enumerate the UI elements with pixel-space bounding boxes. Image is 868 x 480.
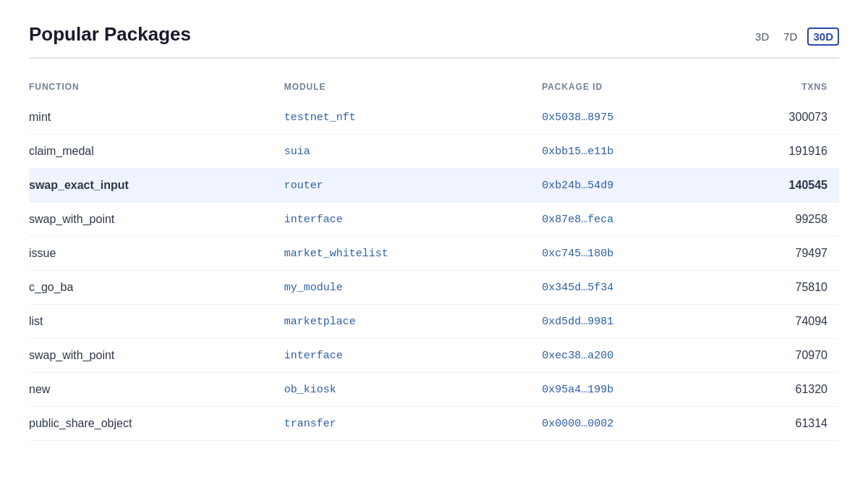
- cell-module: router: [284, 169, 542, 203]
- col-module: MODULE: [284, 76, 542, 101]
- cell-module: interface: [284, 203, 542, 237]
- table-row: minttestnet_nft0x5038…8975300073: [29, 101, 839, 135]
- filter-30d-button[interactable]: 30D: [807, 28, 839, 46]
- cell-module: ob_kiosk: [284, 373, 542, 407]
- cell-function: claim_medal: [29, 135, 284, 169]
- cell-package-id: 0x0000…0002: [542, 407, 727, 441]
- cell-txns: 140545: [727, 169, 839, 203]
- page-title: Popular Packages: [29, 23, 191, 46]
- cell-package-id: 0xb24b…54d9: [542, 169, 727, 203]
- table-header: FUNCTION MODULE PACKAGE ID TXNS: [29, 76, 839, 101]
- table-row: listmarketplace0xd5dd…998174094: [29, 305, 839, 339]
- cell-function: issue: [29, 237, 284, 271]
- col-function: FUNCTION: [29, 76, 284, 101]
- table-header-row: FUNCTION MODULE PACKAGE ID TXNS: [29, 76, 839, 101]
- cell-function: swap_exact_input: [29, 169, 284, 203]
- table-row: swap_exact_inputrouter0xb24b…54d9140545: [29, 169, 839, 203]
- cell-package-id: 0xec38…a200: [542, 339, 727, 373]
- cell-function: public_share_object: [29, 407, 284, 441]
- packages-table: FUNCTION MODULE PACKAGE ID TXNS minttest…: [29, 76, 839, 441]
- cell-txns: 61320: [727, 373, 839, 407]
- cell-package-id: 0xd5dd…9981: [542, 305, 727, 339]
- cell-txns: 61314: [727, 407, 839, 441]
- cell-package-id: 0x95a4…199b: [542, 373, 727, 407]
- cell-txns: 300073: [727, 101, 839, 135]
- cell-package-id: 0x87e8…feca: [542, 203, 727, 237]
- cell-function: swap_with_point: [29, 339, 284, 373]
- cell-module: market_whitelist: [284, 237, 542, 271]
- cell-function: swap_with_point: [29, 203, 284, 237]
- cell-module: suia: [284, 135, 542, 169]
- cell-package-id: 0xbb15…e11b: [542, 135, 727, 169]
- table-row: claim_medalsuia0xbb15…e11b191916: [29, 135, 839, 169]
- table-row: c_go_bamy_module0x345d…5f3475810: [29, 271, 839, 305]
- filter-3d-button[interactable]: 3D: [751, 28, 773, 46]
- cell-function: new: [29, 373, 284, 407]
- page-header: Popular Packages 3D 7D 30D: [29, 23, 839, 59]
- table-row: public_share_objecttransfer0x0000…000261…: [29, 407, 839, 441]
- cell-package-id: 0x5038…8975: [542, 101, 727, 135]
- time-filter-group: 3D 7D 30D: [751, 28, 839, 46]
- col-txns: TXNS: [727, 76, 839, 101]
- cell-module: marketplace: [284, 305, 542, 339]
- cell-module: my_module: [284, 271, 542, 305]
- cell-module: interface: [284, 339, 542, 373]
- cell-txns: 70970: [727, 339, 839, 373]
- cell-function: list: [29, 305, 284, 339]
- cell-txns: 74094: [727, 305, 839, 339]
- filter-7d-button[interactable]: 7D: [779, 28, 801, 46]
- cell-function: c_go_ba: [29, 271, 284, 305]
- table-body: minttestnet_nft0x5038…8975300073claim_me…: [29, 101, 839, 441]
- cell-txns: 79497: [727, 237, 839, 271]
- cell-module: transfer: [284, 407, 542, 441]
- cell-txns: 99258: [727, 203, 839, 237]
- cell-package-id: 0x345d…5f34: [542, 271, 727, 305]
- col-package-id: PACKAGE ID: [542, 76, 727, 101]
- table-row: swap_with_pointinterface0x87e8…feca99258: [29, 203, 839, 237]
- cell-package-id: 0xc745…180b: [542, 237, 727, 271]
- cell-txns: 191916: [727, 135, 839, 169]
- cell-function: mint: [29, 101, 284, 135]
- table-row: newob_kiosk0x95a4…199b61320: [29, 373, 839, 407]
- cell-txns: 75810: [727, 271, 839, 305]
- cell-module: testnet_nft: [284, 101, 542, 135]
- table-row: issuemarket_whitelist0xc745…180b79497: [29, 237, 839, 271]
- table-row: swap_with_pointinterface0xec38…a20070970: [29, 339, 839, 373]
